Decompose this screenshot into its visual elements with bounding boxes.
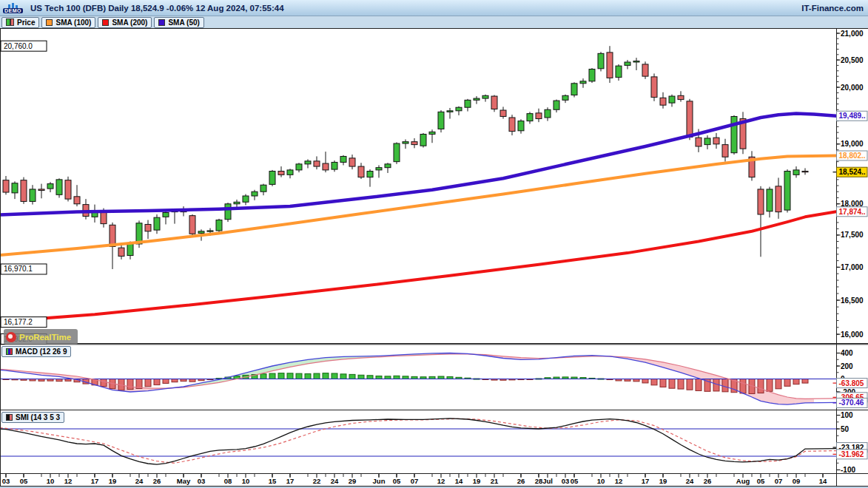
date-tick-label: 10 xyxy=(242,477,250,485)
price-axis-label: 16,500 xyxy=(841,296,864,305)
chart-title: US Tech 100 (DFB) Daily 18,524.9 -0.06% … xyxy=(30,4,284,13)
date-tick-label: Aug xyxy=(736,477,750,485)
axis-boxes: 19,489..18,802..18,524..17,874..-63.805-… xyxy=(833,111,868,459)
date-tick-label: 24 xyxy=(135,477,144,485)
prorealtime-logo-icon xyxy=(6,332,16,342)
macd-icon xyxy=(6,348,13,355)
date-tick-label: 12 xyxy=(64,477,73,485)
axis-value-text: -370.46 xyxy=(839,399,864,407)
legend-bar: Price SMA (100) SMA (200) SMA (50) xyxy=(0,16,868,28)
date-tick-label: 07 xyxy=(411,477,419,485)
legend-price-chip[interactable]: Price xyxy=(1,17,39,28)
macd-axis-label: 400 xyxy=(841,349,853,357)
date-tick-label: 26 xyxy=(153,477,161,485)
date-tick-label: 07 xyxy=(775,477,783,485)
price-axis-label: 20,500 xyxy=(841,56,864,64)
chart-window: DEMO US Tech 100 (DFB) Daily 18,524.9 -0… xyxy=(0,0,868,488)
price-axis-label: 17,500 xyxy=(841,231,864,239)
date-tick-label: 05 xyxy=(571,477,579,485)
price-axis-label: 19,000 xyxy=(841,140,864,148)
date-tick-label: 19 xyxy=(659,477,667,485)
date-tick-label: 12 xyxy=(615,477,623,485)
date-tick-label: 09 xyxy=(793,477,801,485)
price-axis: 21,00020,50020,00019,00018,00017,50017,0… xyxy=(837,30,864,339)
price-axis-label: 16,000 xyxy=(841,331,864,339)
chart-canvas[interactable]: 21,00020,50020,00019,00018,00017,50017,0… xyxy=(0,0,868,488)
date-tick-label: 05 xyxy=(393,477,401,485)
date-tick-label: 03 xyxy=(2,477,10,485)
date-tick-label: 22 xyxy=(313,477,321,485)
legend-sma100-chip[interactable]: SMA (100) xyxy=(41,17,95,28)
date-tick-label: 26 xyxy=(517,477,525,485)
axis-value-box: -370.46 xyxy=(833,398,868,407)
date-tick-label: May xyxy=(177,477,191,485)
sma200-line xyxy=(0,211,836,322)
date-tick-label: 19 xyxy=(473,477,481,485)
date-tick-label: 08 xyxy=(224,477,232,485)
legend-price-label: Price xyxy=(17,18,35,27)
brand-link[interactable]: IT-Finance.com xyxy=(801,4,864,13)
date-tick-label: 29 xyxy=(349,477,357,485)
smi-main-line xyxy=(0,418,836,464)
date-tick-label: 24 xyxy=(686,477,694,485)
date-tick-label: Jun xyxy=(373,477,386,485)
axis-value-text: 18,802.. xyxy=(839,152,866,160)
date-tick-label: 03 xyxy=(198,477,206,485)
legend-sma50-label: SMA (50) xyxy=(168,18,199,27)
macd-chip-label: MACD (12 26 9 xyxy=(16,348,67,356)
candlestick-series xyxy=(3,46,808,269)
demo-label: DEMO xyxy=(3,8,23,13)
macd-indicator-chip[interactable]: MACD (12 26 9 xyxy=(1,346,71,357)
date-tick-label: 12 xyxy=(437,477,445,485)
legend-sma50-chip[interactable]: SMA (50) xyxy=(154,17,203,28)
axis-value-box: 17,874.. xyxy=(833,207,868,217)
axis-value-text: -63.805 xyxy=(839,379,864,387)
axis-value-text: 18,524.. xyxy=(839,168,866,176)
sma50-swatch-icon xyxy=(158,19,165,26)
legend-sma100-label: SMA (100) xyxy=(55,18,91,27)
date-tick-label: 28 xyxy=(535,477,543,485)
date-tick-label: 26 xyxy=(704,477,712,485)
date-tick-label: 17 xyxy=(91,477,99,485)
price-marker-text: 16,177.2 xyxy=(4,318,33,326)
legend-sma200-chip[interactable]: SMA (200) xyxy=(98,17,152,28)
price-marker-text: 20,760.0 xyxy=(4,42,33,50)
axis-value-box: -63.805 xyxy=(833,379,868,388)
sma100-swatch-icon xyxy=(46,19,53,26)
axis-value-box: 18,802.. xyxy=(833,151,868,160)
date-axis: 0305101217192426May0308101517222429Jun05… xyxy=(2,474,827,485)
macd-axis-label: 200 xyxy=(841,362,853,370)
date-tick-label: 24 xyxy=(331,477,339,485)
smi-indicator-chip[interactable]: SMI (14 3 5 3 xyxy=(1,412,64,423)
date-tick-label: 14 xyxy=(819,477,827,485)
smi-axis-label: 50 xyxy=(841,425,850,433)
legend-sma200-label: SMA (200) xyxy=(112,18,147,27)
prorealtime-watermark: ProRealTime xyxy=(4,329,78,345)
mini-chart-icon xyxy=(8,3,18,8)
smi-icon xyxy=(6,414,13,421)
price-axis-label: 20,000 xyxy=(841,84,864,92)
date-tick-label: 14 xyxy=(455,477,463,485)
smi-axis-label: 100 xyxy=(841,411,853,419)
macd-histogram xyxy=(3,373,808,394)
watermark-text: ProRealTime xyxy=(19,333,71,342)
title-bar: DEMO US Tech 100 (DFB) Daily 18,524.9 -0… xyxy=(0,0,868,16)
date-tick-label: 05 xyxy=(757,477,765,485)
axis-value-text: -31.962 xyxy=(839,450,864,458)
smi-panel xyxy=(0,418,837,464)
axis-value-text: 17,874.. xyxy=(839,208,866,216)
axis-value-box: 19,489.. xyxy=(833,111,868,121)
date-tick-label: 17 xyxy=(286,477,295,485)
axis-value-text: 19,489.. xyxy=(839,112,866,120)
date-tick-label: 03 xyxy=(562,477,570,485)
date-tick-label: 21 xyxy=(491,477,499,485)
price-axis-label: 21,000 xyxy=(841,30,864,38)
price-marker-box: 16,177.2 xyxy=(1,317,47,328)
sma200-swatch-icon xyxy=(102,19,109,26)
demo-badge: DEMO xyxy=(3,3,23,13)
date-tick-label: 05 xyxy=(20,477,28,485)
price-marker-box: 16,970.1 xyxy=(1,264,47,274)
candles-icon xyxy=(6,18,14,26)
price-marker-box: 20,760.0 xyxy=(1,41,47,51)
axis-value-box: -31.962 xyxy=(833,450,868,459)
